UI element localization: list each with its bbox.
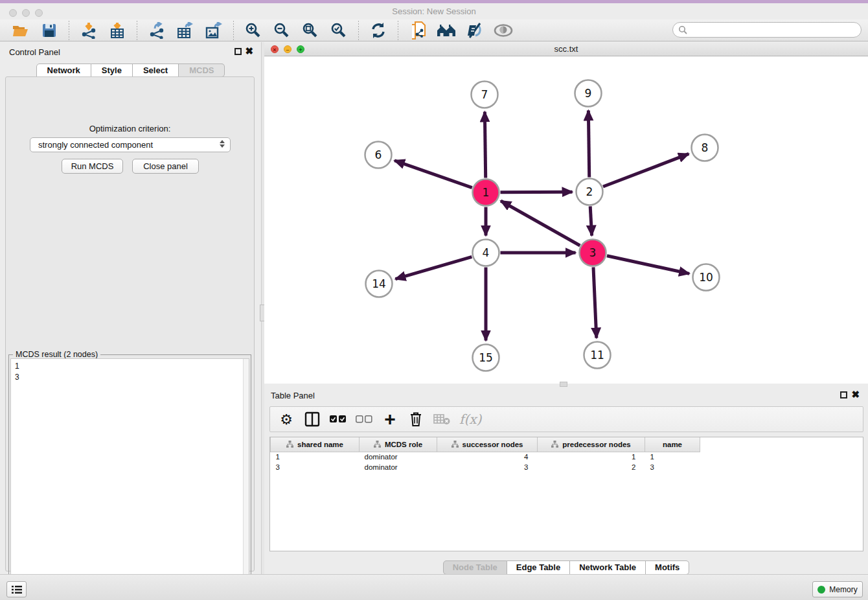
column-header-shared-name[interactable]: shared name <box>271 437 360 452</box>
deselect-all-icon[interactable] <box>356 410 372 428</box>
node-6[interactable]: 6 <box>365 142 392 168</box>
table-cell[interactable]: 2 <box>538 462 645 472</box>
tree-icon <box>451 441 459 448</box>
node-1[interactable]: 1 <box>473 179 499 206</box>
table-tab-network-table[interactable]: Network Table <box>570 560 646 575</box>
control-tab-network[interactable]: Network <box>36 63 91 77</box>
edge-1-7[interactable] <box>485 111 485 178</box>
show-graphics-details-icon[interactable] <box>492 21 514 40</box>
export-image-icon[interactable] <box>203 21 225 40</box>
home-icon[interactable] <box>435 21 457 40</box>
edge-4-14[interactable] <box>395 257 472 279</box>
node-15[interactable]: 15 <box>473 345 499 371</box>
save-icon[interactable] <box>38 21 60 40</box>
table-tab-motifs[interactable]: Motifs <box>646 560 689 575</box>
mcds-result-textarea[interactable]: 1 3 <box>10 358 249 599</box>
node-7[interactable]: 7 <box>472 82 498 108</box>
add-column-icon[interactable]: + <box>382 410 398 428</box>
table-close-icon[interactable]: ✖ <box>851 389 860 400</box>
select-all-icon[interactable] <box>330 410 347 428</box>
edge-1-6[interactable] <box>394 161 472 188</box>
table-cell[interactable]: 3 <box>271 462 360 472</box>
function-builder-icon[interactable]: f(x) <box>459 410 481 428</box>
network-canvas[interactable]: 7968124314101511 <box>264 56 868 384</box>
list-icon <box>12 585 22 594</box>
horizontal-splitter-handle[interactable] <box>560 382 567 387</box>
edge-2-3[interactable] <box>590 206 591 235</box>
export-table-icon[interactable] <box>174 21 196 40</box>
open-folder-icon[interactable] <box>10 21 32 40</box>
close-panel-icon[interactable]: ✖ <box>245 45 253 57</box>
node-11[interactable]: 11 <box>584 342 611 369</box>
node-8[interactable]: 8 <box>692 135 718 161</box>
node-9[interactable]: 9 <box>575 80 602 107</box>
table-row[interactable]: 3dominator323 <box>271 462 700 472</box>
column-header-successor-nodes[interactable]: successor nodes <box>437 437 538 452</box>
network-file-icon[interactable] <box>407 21 429 40</box>
table-cell[interactable]: 3 <box>437 462 538 472</box>
column-header-name[interactable]: name <box>645 437 700 452</box>
run-mcds-button[interactable]: Run MCDS <box>62 159 123 174</box>
edge-3-1[interactable] <box>501 201 580 246</box>
table-cell[interactable]: 3 <box>645 462 700 472</box>
status-bar: Memory <box>0 574 868 600</box>
zoom-fit-icon[interactable] <box>299 21 321 40</box>
zoom-selected-icon[interactable] <box>328 21 350 40</box>
table-settings-icon[interactable]: ⚙ <box>278 410 295 428</box>
table-columns-icon[interactable] <box>304 410 321 428</box>
node-table[interactable]: shared nameMCDS rolesuccessor nodesprede… <box>269 437 863 551</box>
import-network-icon[interactable] <box>78 21 100 40</box>
node-label: 10 <box>699 271 713 284</box>
table-cell[interactable]: dominator <box>360 452 437 462</box>
table-cell[interactable]: dominator <box>360 462 437 472</box>
delete-table-icon[interactable] <box>433 410 450 428</box>
export-network-icon[interactable] <box>146 21 168 40</box>
float-panel-icon[interactable] <box>234 48 242 55</box>
node-2[interactable]: 2 <box>577 179 603 205</box>
table-cell[interactable]: 1 <box>271 452 360 462</box>
column-header-MCDS-role[interactable]: MCDS role <box>360 437 437 452</box>
memory-button[interactable]: Memory <box>812 581 863 597</box>
control-tab-style[interactable]: Style <box>91 63 133 77</box>
node-3[interactable]: 3 <box>580 240 606 266</box>
control-tab-select[interactable]: Select <box>133 63 179 77</box>
edge-1-2[interactable] <box>500 192 572 192</box>
node-14[interactable]: 14 <box>366 271 393 297</box>
control-tab-mcds[interactable]: MCDS <box>179 63 225 77</box>
application-window: Session: New Session <box>0 0 868 600</box>
criterion-dropdown[interactable]: strongly connected component <box>30 137 231 152</box>
criterion-dropdown-value: strongly connected component <box>38 140 153 150</box>
refresh-icon[interactable] <box>367 21 389 40</box>
table-float-icon[interactable] <box>840 391 847 398</box>
zoom-in-icon[interactable] <box>242 21 264 40</box>
edge-3-11[interactable] <box>593 267 597 338</box>
node-10[interactable]: 10 <box>693 264 720 291</box>
delete-column-icon[interactable] <box>407 410 424 428</box>
close-panel-button[interactable]: Close panel <box>132 159 199 174</box>
network-graph-svg[interactable]: 7968124314101511 <box>264 56 868 384</box>
node-table-grid: shared nameMCDS rolesuccessor nodesprede… <box>270 437 700 472</box>
result-scrollbar[interactable] <box>243 359 249 599</box>
task-history-button[interactable] <box>6 581 27 597</box>
network-window-titlebar[interactable]: × – + scc.txt <box>264 42 868 56</box>
network-view-window: × – + scc.txt 7968124314101511 <box>264 42 868 387</box>
table-cell[interactable]: 1 <box>645 452 700 462</box>
table-tab-edge-table[interactable]: Edge Table <box>507 560 570 575</box>
edge-2-8[interactable] <box>603 154 689 187</box>
table-cell[interactable]: 4 <box>437 452 538 462</box>
optimization-criterion-label: Optimization criterion: <box>6 124 254 133</box>
search-input[interactable] <box>687 25 861 34</box>
search-field[interactable] <box>672 22 862 38</box>
column-header-predecessor-nodes[interactable]: predecessor nodes <box>538 437 645 452</box>
zoom-out-icon[interactable] <box>271 21 293 40</box>
table-row[interactable]: 1dominator411 <box>271 452 700 462</box>
node-4[interactable]: 4 <box>473 240 499 266</box>
table-tab-node-table[interactable]: Node Table <box>443 560 507 575</box>
network-window-title: scc.txt <box>264 44 868 54</box>
table-cell[interactable]: 1 <box>538 452 645 462</box>
hide-labels-icon[interactable] <box>464 21 486 40</box>
node-label: 7 <box>481 88 488 101</box>
edge-3-10[interactable] <box>607 256 689 274</box>
import-table-icon[interactable] <box>106 21 128 40</box>
edge-2-9[interactable] <box>588 110 589 177</box>
